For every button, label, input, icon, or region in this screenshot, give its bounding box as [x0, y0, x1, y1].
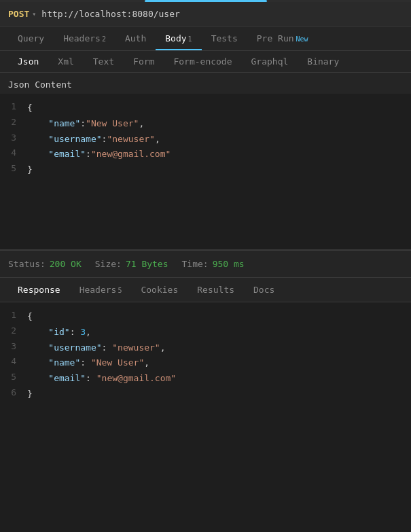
- response-body-line: 3 "username": "newuser",: [0, 340, 411, 356]
- line-content: "email":"new@gmail.com": [27, 147, 411, 162]
- line-number: 3: [0, 132, 27, 143]
- line-number: 1: [0, 101, 27, 111]
- size-item: Size: 71 Bytes: [95, 259, 168, 269]
- line-number: 3: [0, 341, 27, 351]
- line-content: "id": 3,: [27, 325, 411, 340]
- response-body-line: 2 "id": 3,: [0, 325, 411, 340]
- response-tab-results[interactable]: Results: [187, 278, 244, 302]
- time-label: Time:: [182, 259, 209, 269]
- line-content: {: [27, 310, 411, 324]
- line-number: 5: [0, 163, 27, 173]
- method-label: POST: [8, 9, 29, 19]
- line-content: {: [27, 101, 411, 116]
- line-content: "email": "new@gmail.com": [27, 372, 411, 386]
- response-body-area: 1{2 "id": 3,3 "username": "newuser",4 "n…: [0, 302, 411, 411]
- format-tab-xml[interactable]: Xml: [48, 51, 83, 72]
- request-body-line: 3 "username":"newuser",: [0, 132, 411, 147]
- response-body-line: 5 "email": "new@gmail.com": [0, 371, 411, 387]
- status-item: Status: 200 OK: [8, 259, 82, 269]
- line-content: "username": "newuser",: [27, 341, 411, 355]
- request-tabs: Query Headers2 Auth Body1 Tests Pre RunN…: [0, 26, 411, 51]
- line-number: 5: [0, 372, 27, 382]
- format-tabs: Json Xml Text Form Form-encode Graphql B…: [0, 51, 411, 73]
- size-value: 71 Bytes: [126, 259, 168, 269]
- response-tab-response[interactable]: Response: [8, 278, 70, 302]
- line-content: }: [27, 163, 411, 177]
- url-input[interactable]: [41, 9, 403, 19]
- line-content: "name":"New User",: [27, 117, 411, 131]
- response-body-line: 4 "name": "New User",: [0, 355, 411, 371]
- request-body-line: 2 "name":"New User",: [0, 116, 411, 132]
- response-tab-cookies[interactable]: Cookies: [131, 278, 187, 302]
- response-body-line: 6}: [0, 387, 411, 402]
- format-tab-json[interactable]: Json: [8, 51, 48, 72]
- status-label: Status:: [8, 259, 46, 269]
- tab-headers[interactable]: Headers2: [54, 26, 115, 50]
- line-number: 4: [0, 147, 27, 158]
- size-label: Size:: [95, 259, 122, 269]
- line-number: 1: [0, 310, 27, 320]
- tab-prerun[interactable]: Pre RunNew: [247, 26, 318, 50]
- line-number: 6: [0, 387, 27, 397]
- response-tabs: Response Headers5 Cookies Results Docs: [0, 278, 411, 302]
- line-content: "username":"newuser",: [27, 132, 411, 147]
- status-value: 200 OK: [50, 259, 82, 269]
- request-body-line: 4 "email":"new@gmail.com": [0, 147, 411, 162]
- tab-tests[interactable]: Tests: [202, 26, 247, 50]
- tab-query[interactable]: Query: [8, 26, 54, 50]
- format-tab-graphql[interactable]: Graphql: [242, 51, 298, 72]
- line-number: 2: [0, 325, 27, 336]
- format-tab-form[interactable]: Form: [124, 51, 164, 72]
- top-progress-bar: [0, 0, 411, 2]
- time-value: 950 ms: [213, 259, 245, 269]
- method-selector[interactable]: POST ▾: [8, 9, 36, 19]
- line-content: }: [27, 387, 411, 402]
- response-tab-headers[interactable]: Headers5: [70, 278, 132, 302]
- request-body-line: 5}: [0, 162, 411, 178]
- response-body-line: 1{: [0, 309, 411, 325]
- status-bar: Status: 200 OK Size: 71 Bytes Time: 950 …: [0, 250, 411, 278]
- line-content: "name": "New User",: [27, 356, 411, 370]
- response-tab-docs[interactable]: Docs: [244, 278, 284, 302]
- tab-body[interactable]: Body1: [156, 26, 201, 50]
- request-body-line: 1{: [0, 101, 411, 116]
- time-item: Time: 950 ms: [182, 259, 245, 269]
- line-number: 4: [0, 356, 27, 366]
- request-body-editor[interactable]: 1{2 "name":"New User",3 "username":"newu…: [0, 94, 411, 250]
- url-bar: POST ▾: [0, 2, 411, 26]
- response-headers-badge: 5: [118, 287, 122, 294]
- format-tab-text[interactable]: Text: [84, 51, 124, 72]
- format-tab-binary[interactable]: Binary: [298, 51, 349, 72]
- body-section-title: Json Content: [0, 73, 411, 94]
- method-chevron: ▾: [32, 10, 36, 18]
- line-number: 2: [0, 117, 27, 127]
- format-tab-form-encode[interactable]: Form-encode: [164, 51, 241, 72]
- tab-auth[interactable]: Auth: [115, 26, 156, 50]
